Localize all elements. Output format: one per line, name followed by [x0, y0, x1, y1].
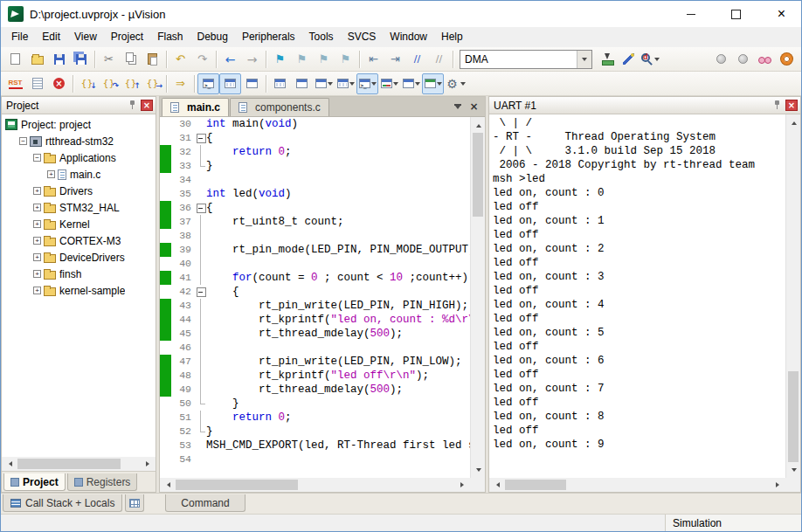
trace-window-button[interactable] — [400, 73, 422, 94]
expand-icon[interactable]: + — [33, 253, 41, 261]
code-text[interactable]: } — [206, 397, 470, 411]
uncomment-button[interactable]: // — [428, 49, 450, 70]
code-text[interactable]: MSH_CMD_EXPORT(led, RT-Thread first led … — [206, 439, 470, 453]
scroll-left-icon[interactable] — [2, 457, 16, 471]
code-text[interactable] — [206, 341, 470, 355]
tree-item-kernel-sample[interactable]: +kernel-sample — [2, 282, 156, 299]
save-all-button[interactable] — [70, 49, 92, 70]
line-number[interactable]: 54 — [171, 453, 196, 466]
scrollbar-thumb[interactable] — [505, 480, 566, 490]
flash-download-button[interactable] — [596, 49, 618, 70]
panel-tab-registers[interactable]: Registers — [67, 473, 138, 491]
target-select-combo[interactable]: DMA — [460, 50, 592, 69]
save-button[interactable] — [48, 49, 70, 70]
uart-output[interactable]: \ | /- RT - Thread Operating System / | … — [489, 114, 785, 478]
panel-tab-project[interactable]: Project — [3, 473, 66, 491]
tree-item-drivers[interactable]: +Drivers — [2, 183, 156, 199]
code-text[interactable]: { — [206, 285, 470, 299]
menu-project[interactable]: Project — [104, 27, 150, 47]
line-number[interactable]: 52 — [171, 425, 196, 439]
expand-icon[interactable]: + — [33, 220, 41, 228]
line-number[interactable]: 41 — [171, 271, 196, 285]
line-number[interactable]: 47 — [171, 355, 196, 369]
scroll-right-icon[interactable] — [771, 478, 785, 492]
cut-button[interactable]: ✂ — [98, 49, 120, 70]
fold-icon[interactable] — [196, 285, 206, 299]
code-text[interactable]: return 0; — [206, 145, 470, 159]
disassembly-window-button[interactable] — [219, 73, 241, 94]
line-number[interactable]: 33 — [171, 159, 196, 173]
code-text[interactable]: { — [206, 131, 470, 145]
watch-window-button[interactable] — [313, 73, 335, 94]
line-number[interactable]: 30 — [171, 117, 196, 131]
code-text[interactable]: return 0; — [206, 411, 470, 425]
code-text[interactable]: } — [206, 159, 470, 173]
pin-icon[interactable] — [127, 100, 138, 111]
fold-icon[interactable] — [196, 131, 206, 145]
bookmark-clear-button[interactable]: ⚑ — [335, 49, 356, 70]
expand-icon[interactable]: + — [33, 270, 41, 278]
panel-close-icon[interactable] — [141, 100, 153, 111]
pin-icon[interactable] — [771, 100, 783, 111]
line-number[interactable]: 32 — [171, 145, 196, 159]
expand-icon[interactable]: + — [33, 204, 41, 211]
code-text[interactable]: } — [206, 425, 470, 439]
menu-help[interactable]: Help — [434, 27, 470, 47]
tree-item-main-c[interactable]: +main.c — [2, 166, 156, 183]
code-text[interactable]: { — [206, 201, 470, 215]
registers-window-button[interactable] — [269, 73, 291, 94]
maximize-button[interactable] — [716, 1, 756, 27]
line-number[interactable]: 38 — [171, 229, 196, 243]
tab-close-button[interactable] — [467, 100, 481, 114]
new-file-button[interactable] — [4, 49, 26, 70]
code-text[interactable]: rt_uint8_t count; — [206, 215, 470, 229]
code-text[interactable]: rt_pin_mode(LED_PIN, PIN_MODE_OUTPUT); — [206, 243, 470, 257]
indicator-1-button[interactable] — [710, 49, 732, 70]
code-text[interactable]: int main(void) — [206, 117, 470, 131]
menu-tools[interactable]: Tools — [302, 27, 341, 47]
code-text[interactable] — [206, 257, 470, 271]
menu-debug[interactable]: Debug — [190, 27, 235, 47]
code-text[interactable]: rt_pin_write(LED_PIN, PIN_HIGH); — [206, 299, 470, 313]
tree-item-finsh[interactable]: +finsh — [2, 266, 156, 282]
fold-icon[interactable] — [196, 201, 206, 215]
code-area[interactable]: 30int main(void)31{32 return 0;33}3435in… — [160, 117, 470, 478]
nav-back-button[interactable]: ← — [219, 49, 241, 70]
code-text[interactable]: rt_thread_mdelay(500); — [206, 327, 470, 341]
indicator-2-button[interactable] — [732, 49, 754, 70]
run-to-cursor-button[interactable]: {}→ — [142, 73, 163, 94]
callstack-tab[interactable]: Call Stack + Locals — [3, 494, 122, 512]
memory-window-button[interactable] — [335, 73, 356, 94]
uart-hscrollbar[interactable] — [489, 478, 785, 492]
indent-button[interactable]: ⇥ — [384, 49, 406, 70]
code-text[interactable] — [206, 173, 470, 187]
collapse-icon[interactable]: − — [33, 154, 41, 162]
expand-icon[interactable]: + — [47, 170, 55, 178]
tab-list-button[interactable] — [450, 100, 465, 114]
line-number[interactable]: 46 — [171, 341, 196, 355]
menu-view[interactable]: View — [67, 27, 104, 47]
line-number[interactable]: 48 — [171, 369, 196, 383]
code-text[interactable]: rt_kprintf("led off\r\n"); — [206, 369, 470, 383]
scroll-up-icon[interactable] — [786, 114, 801, 128]
expand-icon[interactable]: + — [33, 187, 41, 195]
panel-close-icon[interactable] — [785, 100, 798, 111]
uart-vscrollbar[interactable] — [785, 114, 800, 478]
analysis-window-button[interactable] — [378, 73, 400, 94]
editor-tab-main-c[interactable]: main.c — [162, 98, 229, 116]
combo-dropdown-icon[interactable] — [577, 51, 591, 68]
open-file-button[interactable] — [26, 49, 48, 70]
debug-session-button[interactable] — [640, 49, 661, 70]
scroll-left-icon[interactable] — [160, 478, 174, 492]
undo-button[interactable]: ↶ — [169, 49, 191, 70]
scroll-down-icon[interactable] — [471, 464, 486, 478]
serial-window-button[interactable] — [356, 73, 378, 94]
tree-item-applications[interactable]: −Applications — [2, 149, 156, 166]
scrollbar-thumb[interactable] — [473, 133, 483, 217]
editor-vscrollbar[interactable] — [470, 117, 485, 478]
editor-hscrollbar[interactable] — [160, 478, 470, 492]
symbol-window-button[interactable] — [241, 73, 263, 94]
code-text[interactable]: for(count = 0 ; count < 10 ;count++) — [206, 271, 470, 285]
step-out-button[interactable]: {}↑ — [120, 73, 142, 94]
tree-item-stm32-hal[interactable]: +STM32_HAL — [2, 199, 156, 216]
